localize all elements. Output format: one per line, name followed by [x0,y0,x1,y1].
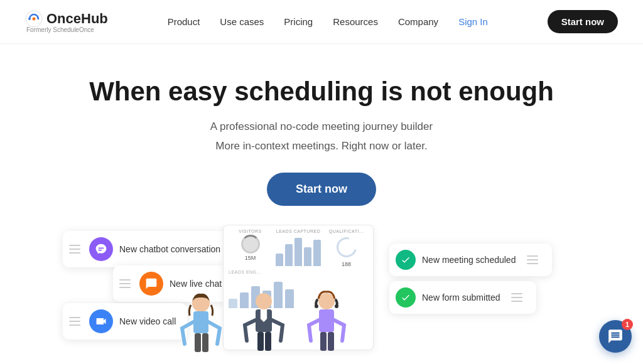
dash-visitors-val: 15M [245,255,256,261]
form-label: New form submitted [422,292,500,302]
svg-rect-5 [195,333,201,352]
svg-point-13 [335,304,338,308]
svg-rect-10 [265,332,271,351]
logo-sub: Formerly ScheduleOnce [26,26,94,33]
card-lines-3 [69,317,80,326]
dash-col-qual: QUALIFICATI... [329,229,364,233]
chat-widget[interactable]: 1 [599,320,632,353]
nav-product[interactable]: Product [168,16,200,27]
card-lines-4 [527,255,538,264]
card-chatbot: New chatbot conversation [63,231,232,267]
card-lines-2 [119,279,131,288]
meeting-icon [396,250,416,270]
chat-badge: 1 [622,319,633,330]
nav-links: Product Use cases Pricing Resources Comp… [168,16,488,27]
svg-rect-15 [320,332,327,351]
person3-icon [301,287,352,364]
livechat-icon [139,272,163,296]
nav-use-cases[interactable]: Use cases [220,16,264,27]
person2-icon [239,287,289,364]
svg-rect-4 [193,311,208,333]
chatbot-icon [89,237,113,261]
hero-section: When easy scheduling is not enough A pro… [0,44,643,206]
svg-rect-9 [257,332,264,351]
videocall-icon [89,309,113,333]
dash-col-visitors: VISITORS [239,229,262,233]
logo-icon [25,10,43,28]
hero-start-button[interactable]: Start now [267,173,376,206]
logo-name: OnceHub [46,11,108,27]
form-icon [396,287,416,308]
dash-qual-val: 188 [342,261,351,267]
nav-pricing[interactable]: Pricing [284,16,313,27]
nav-start-button[interactable]: Start now [548,10,618,33]
svg-rect-6 [202,333,208,352]
nav-signin[interactable]: Sign In [458,16,488,27]
chatbot-label: New chatbot conversation [119,244,220,254]
card-lines-5 [511,293,522,302]
logo: OnceHub Formerly ScheduleOnce [25,10,108,33]
navbar: OnceHub Formerly ScheduleOnce Product Us… [0,0,643,44]
dash-col-leads: LEADS CAPTURED [276,229,320,233]
nav-resources[interactable]: Resources [333,16,378,27]
persons-illustration [176,287,352,364]
svg-point-2 [33,18,36,21]
meeting-label: New meeting scheduled [422,255,516,265]
svg-rect-14 [319,309,334,332]
card-lines [69,245,80,254]
hero-subline1: A professional no-code meeting journey b… [0,118,643,135]
svg-rect-16 [328,332,334,351]
hero-cta: Start now [0,173,643,206]
card-videocall: New video call [63,303,187,340]
chat-widget-icon [607,328,624,345]
dash-header: VISITORS 15M LEADS CAPTURED QUALIFICATI.… [224,225,373,267]
hero-heading: When easy scheduling is not enough [0,77,643,107]
hero-subline2: More in-context meetings. Right now or l… [0,137,643,154]
cards-area: New chatbot conversation New live chat N… [0,225,643,364]
svg-point-11 [318,293,335,309]
svg-point-1 [28,18,31,20]
svg-point-7 [256,293,272,309]
videocall-label: New video call [119,316,176,326]
nav-company[interactable]: Company [398,16,438,27]
svg-point-12 [315,304,318,308]
person1-icon [176,287,226,364]
card-form: New form submitted [389,281,536,314]
card-meeting: New meeting scheduled [389,244,552,276]
nav-actions: Start now [548,10,618,33]
